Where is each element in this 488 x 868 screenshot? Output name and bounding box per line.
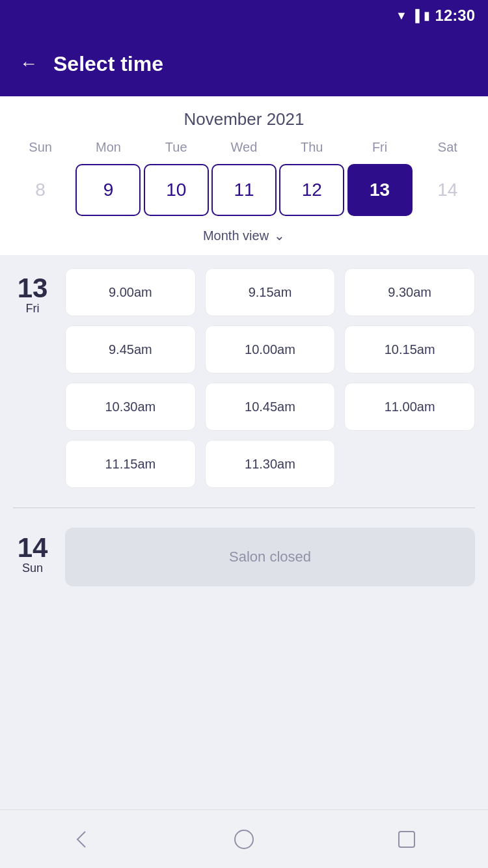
time-slot-1130am[interactable]: 11.30am (205, 440, 336, 488)
date-cell-12[interactable]: 12 (279, 164, 344, 216)
date-cell-9[interactable]: 9 (75, 164, 141, 216)
time-slot-1015am[interactable]: 10.15am (344, 325, 475, 373)
day-number-14: 14 (18, 534, 48, 562)
weekday-mon: Mon (75, 140, 141, 155)
svg-point-0 (235, 830, 253, 848)
date-cell-13[interactable]: 13 (347, 164, 413, 216)
date-cell-14: 14 (415, 164, 480, 216)
month-view-label: Month view (203, 228, 269, 243)
salon-closed-message: Salon closed (65, 528, 475, 586)
date-cell-10[interactable]: 10 (144, 164, 209, 216)
time-grid-13: 9.00am9.15am9.30am9.45am10.00am10.15am10… (65, 268, 475, 488)
day-label-14: 14 Sun (13, 528, 52, 586)
wifi-icon: ▼ (396, 9, 407, 23)
back-button[interactable]: ← (20, 53, 38, 74)
day-block-14: 14 Sun Salon closed (13, 528, 475, 586)
weekday-wed: Wed (211, 140, 277, 155)
nav-back-button[interactable] (55, 813, 107, 865)
time-slot-1030am[interactable]: 10.30am (65, 383, 196, 431)
status-time: 12:30 (435, 7, 475, 25)
day-label-13: 13 Fri (13, 268, 52, 488)
header: ← Select time (0, 31, 488, 96)
day-block-13: 13 Fri 9.00am9.15am9.30am9.45am10.00am10… (13, 268, 475, 488)
day-name-13: Fri (26, 302, 40, 316)
svg-rect-1 (399, 832, 414, 847)
month-year-label: November 2021 (7, 109, 481, 129)
divider (13, 508, 475, 508)
time-slot-1045am[interactable]: 10.45am (205, 383, 336, 431)
nav-home-icon (232, 828, 256, 851)
back-arrow-icon: ← (20, 53, 38, 74)
nav-home-button[interactable] (218, 813, 270, 865)
nav-recents-button[interactable] (381, 813, 433, 865)
status-bar: ▼ ▐ ▮ 12:30 (0, 0, 488, 31)
date-cell-11[interactable]: 11 (211, 164, 277, 216)
weekday-tue: Tue (144, 140, 209, 155)
weekday-thu: Thu (279, 140, 344, 155)
time-slot-1115am[interactable]: 11.15am (65, 440, 196, 488)
status-icons: ▼ ▐ ▮ (396, 8, 430, 23)
time-section: 13 Fri 9.00am9.15am9.30am9.45am10.00am10… (0, 255, 488, 809)
battery-icon: ▮ (424, 8, 430, 23)
nav-back-icon (70, 828, 93, 851)
time-slot-1100am[interactable]: 11.00am (344, 383, 475, 431)
time-slot-1000am[interactable]: 10.00am (205, 325, 336, 373)
nav-bar (0, 809, 488, 868)
weekday-fri: Fri (347, 140, 413, 155)
chevron-down-icon: ⌄ (274, 228, 285, 243)
time-slot-900am[interactable]: 9.00am (65, 268, 196, 316)
date-row: 891011121314 (7, 161, 481, 219)
time-slot-915am[interactable]: 9.15am (205, 268, 336, 316)
weekday-sat: Sat (415, 140, 480, 155)
signal-icon: ▐ (411, 9, 420, 23)
time-slot-930am[interactable]: 9.30am (344, 268, 475, 316)
weekday-sun: Sun (8, 140, 73, 155)
day-number-13: 13 (18, 275, 48, 302)
calendar-section: November 2021 Sun Mon Tue Wed Thu Fri Sa… (0, 96, 488, 255)
time-slot-945am[interactable]: 9.45am (65, 325, 196, 373)
page-title: Select time (53, 52, 163, 76)
day-name-14: Sun (22, 562, 43, 575)
date-cell-8: 8 (8, 164, 73, 216)
month-view-toggle[interactable]: Month view ⌄ (7, 219, 481, 249)
nav-recents-icon (395, 828, 418, 851)
weekday-row: Sun Mon Tue Wed Thu Fri Sat (7, 140, 481, 155)
